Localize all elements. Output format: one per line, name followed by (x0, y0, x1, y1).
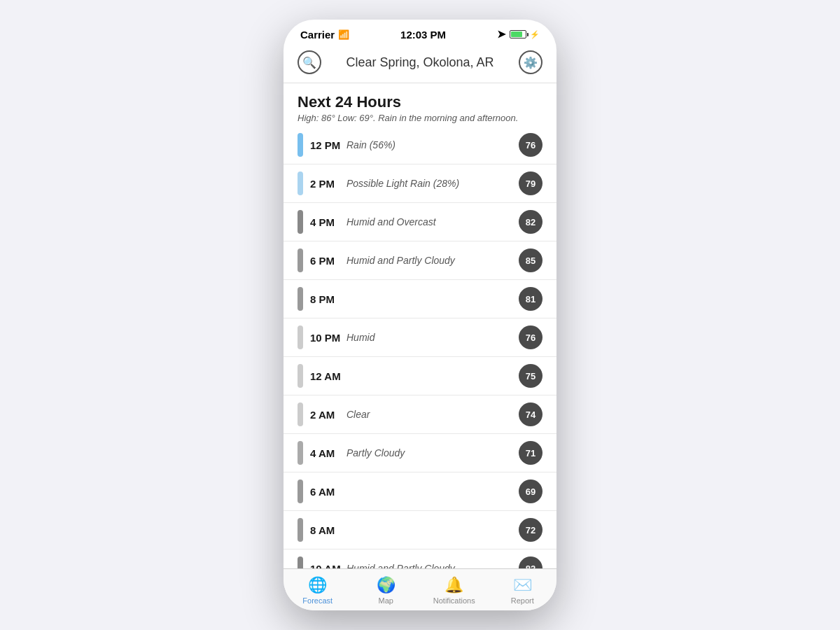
temp-badge: 72 (519, 518, 542, 542)
hour-time: 2 AM (310, 409, 346, 421)
temp-badge: 76 (519, 133, 542, 157)
timeline-indicator (298, 479, 303, 503)
hour-time: 4 PM (310, 216, 346, 228)
temp-badge: 79 (519, 172, 542, 195)
temp-badge: 75 (519, 364, 542, 388)
carrier-label: Carrier (300, 29, 335, 41)
hour-time: 6 AM (310, 486, 346, 498)
timeline-indicator (298, 133, 303, 157)
hourly-row[interactable]: 10 PMHumid76 (284, 318, 556, 357)
temp-badge: 76 (519, 326, 542, 349)
report-icon: ✉️ (513, 576, 532, 594)
tab-label: Map (379, 596, 393, 605)
tab-report[interactable]: ✉️Report (489, 569, 557, 610)
temp-badge: 69 (519, 479, 542, 503)
hour-time: 4 AM (310, 447, 346, 459)
timeline-indicator (298, 364, 303, 388)
hourly-row[interactable]: 12 PMRain (56%)76 (284, 126, 556, 164)
hourly-row[interactable]: 4 PMHumid and Overcast82 (284, 203, 556, 241)
temp-badge: 71 (519, 441, 542, 465)
hourly-list: 12 PMRain (56%)762 PMPossible Light Rain… (284, 126, 556, 568)
section-header: Next 24 Hours High: 86° Low: 69°. Rain i… (284, 83, 556, 126)
timeline-indicator (298, 248, 303, 272)
hourly-row[interactable]: 2 AMClear74 (284, 396, 556, 434)
hour-condition: Humid and Partly Cloudy (346, 563, 519, 568)
timeline-indicator (298, 441, 303, 465)
wifi-icon: 📶 (338, 29, 349, 40)
tab-map[interactable]: 🌍Map (352, 569, 421, 610)
map-icon: 🌍 (377, 576, 396, 594)
hour-condition: Possible Light Rain (28%) (346, 178, 519, 189)
tab-label: Notifications (433, 596, 475, 605)
hour-time: 10 PM (310, 332, 346, 344)
hour-condition: Partly Cloudy (346, 447, 519, 458)
forecast-icon: 🌐 (308, 576, 327, 594)
timeline-indicator (298, 287, 303, 311)
timeline-indicator (298, 556, 303, 568)
hour-time: 10 AM (310, 563, 346, 569)
timeline-indicator (298, 210, 303, 234)
hour-time: 12 PM (310, 139, 346, 151)
section-title: Next 24 Hours (298, 93, 542, 111)
tab-bar: 🌐Forecast🌍Map🔔Notifications✉️Report (284, 568, 556, 610)
hour-condition: Rain (56%) (346, 139, 519, 150)
tab-label: Forecast (302, 596, 332, 605)
timeline-indicator (298, 402, 303, 426)
hourly-row[interactable]: 12 AM75 (284, 357, 556, 396)
status-time: 12:03 PM (400, 29, 446, 41)
main-content: Next 24 Hours High: 86° Low: 69°. Rain i… (284, 83, 556, 568)
search-button[interactable]: 🔍 (298, 50, 321, 74)
settings-button[interactable]: ⚙️ (519, 50, 542, 74)
hour-time: 8 PM (310, 293, 346, 305)
battery-icon (510, 30, 526, 38)
timeline-indicator (298, 172, 303, 195)
temp-badge: 85 (519, 248, 542, 272)
hourly-row[interactable]: 10 AMHumid and Partly Cloudy82 (284, 550, 556, 568)
temp-badge: 82 (519, 556, 542, 568)
hour-time: 2 PM (310, 178, 346, 190)
temp-badge: 81 (519, 287, 542, 311)
hour-time: 12 AM (310, 370, 346, 382)
hour-condition: Humid and Partly Cloudy (346, 255, 519, 266)
tab-notifications[interactable]: 🔔Notifications (420, 569, 489, 610)
status-bar: Carrier 📶 12:03 PM ➤ ⚡ (284, 20, 556, 45)
hourly-row[interactable]: 8 AM72 (284, 511, 556, 550)
hourly-row[interactable]: 4 AMPartly Cloudy71 (284, 434, 556, 472)
hourly-row[interactable]: 8 PM81 (284, 280, 556, 318)
search-bar: 🔍 Clear Spring, Okolona, AR ⚙️ (284, 45, 556, 83)
timeline-indicator (298, 326, 303, 349)
hour-condition: Humid (346, 332, 519, 343)
hourly-row[interactable]: 6 PMHumid and Partly Cloudy85 (284, 241, 556, 280)
hourly-row[interactable]: 2 PMPossible Light Rain (28%)79 (284, 164, 556, 203)
status-right: ➤ ⚡ (497, 28, 540, 41)
hour-condition: Clear (346, 409, 519, 420)
location-arrow-icon: ➤ (497, 28, 506, 41)
hour-condition: Humid and Overcast (346, 216, 519, 227)
section-subtitle: High: 86° Low: 69°. Rain in the morning … (298, 113, 542, 123)
location-title: Clear Spring, Okolona, AR (346, 55, 493, 70)
phone-frame: Carrier 📶 12:03 PM ➤ ⚡ 🔍 Clear Spring, O… (284, 20, 556, 610)
notifications-icon: 🔔 (444, 576, 463, 594)
temp-badge: 74 (519, 402, 542, 426)
temp-badge: 82 (519, 210, 542, 234)
charging-icon: ⚡ (530, 30, 540, 39)
tab-forecast[interactable]: 🌐Forecast (284, 569, 352, 610)
status-left: Carrier 📶 (300, 29, 349, 41)
hourly-row[interactable]: 6 AM69 (284, 472, 556, 511)
tab-label: Report (511, 596, 534, 605)
hour-time: 6 PM (310, 255, 346, 267)
hour-time: 8 AM (310, 524, 346, 536)
timeline-indicator (298, 518, 303, 542)
